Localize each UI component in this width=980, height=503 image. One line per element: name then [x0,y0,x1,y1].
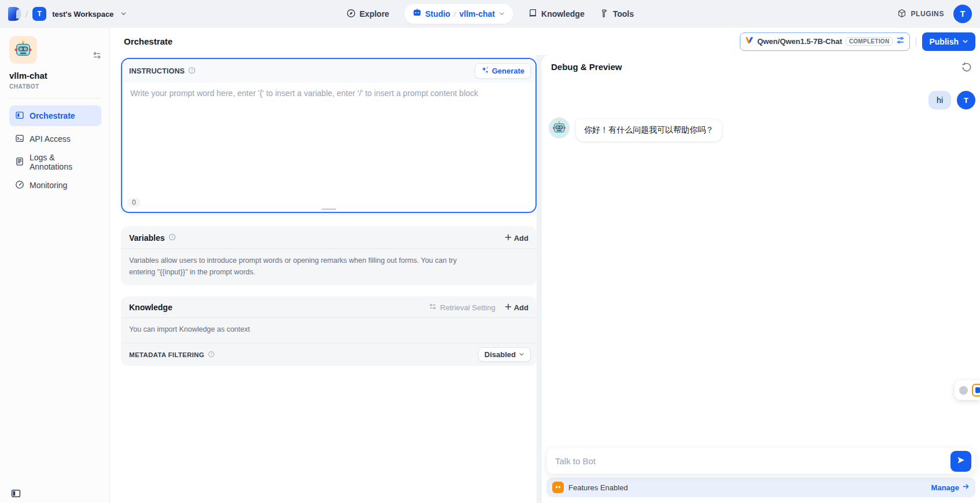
orchestrate-icon [15,111,24,122]
main-area: Orchestrate Qwen/Qwen1.5-7B-Chat COMPLET… [110,28,980,503]
chevron-down-icon[interactable] [498,9,505,19]
model-selector[interactable]: Qwen/Qwen1.5-7B-Chat COMPLETION [740,32,910,51]
app-settings-icon[interactable] [93,51,101,62]
bot-chat-avatar [549,118,570,138]
chevron-down-icon [962,37,968,46]
debug-preview-panel: Debug & Preview hi T [542,55,980,503]
plugins-label: PLUGINS [911,10,944,18]
sidebar-item-label: API Access [30,134,71,144]
retrieval-setting-label: Retrieval Setting [440,303,495,312]
user-avatar[interactable]: T [953,5,972,23]
model-mode-badge: COMPLETION [846,37,893,46]
features-label: Features Enabled [568,483,628,492]
user-message-bubble: hi [928,91,951,109]
manage-label: Manage [931,483,959,492]
divider [9,98,101,98]
metadata-filtering-dropdown[interactable]: Disabled [478,347,531,362]
sidebar-item-label: Logs & Annotations [30,153,96,171]
nav-studio-active[interactable]: Studio / vllm-chat [404,4,513,24]
svg-text:?: ? [171,235,173,239]
app-name: vllm-chat [9,71,101,80]
nav-explore[interactable]: Explore [346,9,389,20]
workspace-name: test's Workspace [52,10,113,19]
svg-text:?: ? [191,68,193,72]
chevron-down-icon [519,350,524,359]
sparkles-icon [481,66,489,76]
plus-icon [505,234,512,243]
sidebar-item-logs[interactable]: Logs & Annotations [9,152,101,172]
metadata-filtering-row: METADATA FILTERING ? Disabled [121,343,537,366]
send-icon [956,456,966,467]
nav-explore-label: Explore [359,9,389,19]
nav-current-app: vllm-chat [460,9,495,19]
generate-label: Generate [492,67,524,75]
manage-features-link[interactable]: Manage [931,483,970,492]
add-variable-button[interactable]: Add [505,234,528,243]
hammer-icon [600,9,609,20]
chevron-down-icon [120,9,127,19]
robot-icon [412,8,421,20]
restart-conversation-icon[interactable] [961,62,972,75]
separator: / [25,9,28,19]
separator: / [454,10,456,19]
dify-logo[interactable] [8,7,21,21]
char-count: 0 [128,198,140,207]
variables-description: Variables allow users to introduce promp… [121,249,489,285]
resize-handle[interactable] [321,208,336,210]
nav-knowledge[interactable]: Knowledge [528,9,585,20]
plugins-button[interactable]: PLUGINS [897,9,944,20]
instructions-title: INSTRUCTIONS [129,67,185,75]
document-icon [15,157,24,168]
nav-tools[interactable]: Tools [600,9,634,20]
bot-message-bubble: 你好！有什么问题我可以帮助你吗？ [575,119,722,142]
sidebar-item-api-access[interactable]: API Access [9,128,101,149]
floating-helper-widget[interactable] [955,380,980,400]
metadata-filtering-value: Disabled [485,350,516,359]
explore-icon [346,9,355,20]
knowledge-panel: Knowledge Retrieval Setting [121,296,537,366]
generate-button[interactable]: Generate [475,63,531,79]
instructions-panel: INSTRUCTIONS ? Generate 0 [121,58,537,213]
sliders-icon [429,303,436,312]
debug-preview-title: Debug & Preview [551,62,622,72]
sidebar-item-monitoring[interactable]: Monitoring [9,175,101,196]
help-icon: ? [208,350,215,360]
retrieval-setting-button[interactable]: Retrieval Setting [429,303,495,312]
add-label: Add [514,234,528,243]
main-header: Orchestrate Qwen/Qwen1.5-7B-Chat COMPLET… [110,28,980,55]
send-button[interactable] [950,451,971,472]
chat-input-area: Features Enabled Manage [546,447,975,497]
variables-panel: Variables ? Add Variables allow users to… [121,226,537,285]
page-title: Orchestrate [124,36,172,46]
arrow-right-icon [962,483,970,492]
help-icon: ? [168,233,176,243]
collapse-sidebar-icon[interactable] [11,489,21,501]
divider [916,37,916,46]
publish-button[interactable]: Publish [922,32,975,51]
workspace-switcher[interactable]: / T test's Workspace [8,7,127,21]
brand-mini-icon [972,384,980,396]
robot-emoji-icon [552,120,567,135]
features-icon [552,482,564,493]
terminal-icon [15,134,24,145]
sidebar-item-orchestrate[interactable]: Orchestrate [9,105,101,126]
robot-emoji-icon [13,40,33,60]
add-knowledge-button[interactable]: Add [505,303,528,312]
prompt-editor[interactable] [122,83,535,186]
plus-icon [505,303,512,312]
package-icon [897,9,906,20]
vllm-logo-icon [745,36,754,47]
model-params-icon[interactable] [896,36,905,47]
app-icon[interactable] [9,36,37,64]
svg-text:?: ? [210,352,212,356]
app-sidebar: vllm-chat CHATBOT Orchestrate API Access… [0,28,110,503]
nav-studio-label: Studio [425,9,450,19]
talk-to-bot-input[interactable] [547,448,940,473]
add-label: Add [514,303,528,312]
orchestrate-config: INSTRUCTIONS ? Generate 0 Vari [121,55,537,503]
sidebar-item-label: Monitoring [30,181,67,190]
variables-title: Variables [129,233,165,243]
debug-area: Debug & Preview hi T [537,55,980,503]
publish-label: Publish [929,37,959,46]
sidebar-item-label: Orchestrate [30,111,75,120]
